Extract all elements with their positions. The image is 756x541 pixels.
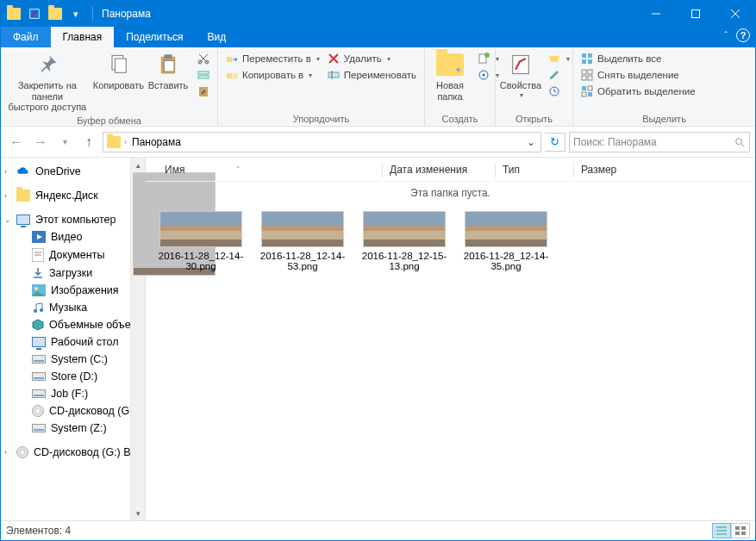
cut-button[interactable] — [193, 51, 214, 66]
app-icon[interactable] — [4, 4, 23, 23]
properties-button[interactable]: Свойства ▾ — [499, 49, 542, 101]
svg-rect-26 — [588, 59, 592, 64]
nav-pictures[interactable]: Изображения — [1, 282, 145, 299]
scroll-up-icon[interactable]: ▴ — [131, 158, 145, 172]
minimize-button[interactable] — [636, 1, 676, 27]
search-icon — [734, 136, 746, 148]
close-button[interactable] — [715, 1, 755, 27]
recent-dropdown[interactable]: ▾ — [54, 132, 75, 152]
copy-icon — [106, 51, 130, 78]
file-item[interactable]: 2016-11-28_12-14-53.png — [259, 211, 346, 271]
details-view-button[interactable] — [712, 523, 731, 538]
back-button[interactable]: ← — [6, 132, 27, 152]
file-item[interactable]: 2016-11-28_12-14-35.png — [463, 211, 549, 271]
sort-indicator-icon: ˄ — [236, 165, 241, 174]
svg-rect-15 — [328, 72, 339, 78]
nav-drive-z[interactable]: System (Z:) — [1, 420, 145, 437]
copy-to-button[interactable]: Копировать в▾ — [222, 67, 323, 83]
forward-button[interactable]: → — [30, 132, 51, 152]
nav-music[interactable]: Музыка — [1, 299, 145, 316]
copy-path-button[interactable] — [193, 67, 214, 83]
file-thumbnail — [363, 211, 446, 247]
svg-rect-23 — [582, 53, 586, 58]
copy-button[interactable]: Копировать — [92, 49, 145, 93]
nav-desktop[interactable]: Рабочий стол — [1, 333, 145, 351]
breadcrumb[interactable]: Панорама — [132, 136, 181, 148]
drive-icon — [32, 355, 46, 364]
history-icon — [547, 84, 561, 98]
nav-drive-f[interactable]: Job (F:) — [1, 385, 145, 402]
nav-scrollbar[interactable]: ▴ ▾ — [130, 158, 145, 520]
ribbon-tabs: Файл Главная Поделиться Вид ˆ ? — [1, 27, 755, 47]
edit-button[interactable] — [544, 67, 573, 83]
nav-cd-g[interactable]: CD-дисковод (G:) — [1, 402, 145, 420]
ribbon-collapse-icon[interactable]: ˆ — [719, 28, 733, 42]
svg-rect-50 — [741, 526, 746, 530]
new-folder-button[interactable]: Новая папка — [428, 49, 472, 103]
nav-cd-g-2[interactable]: ›CD-дисковод (G:) B — [1, 444, 145, 461]
nav-onedrive[interactable]: ›OneDrive — [1, 163, 145, 180]
nav-documents[interactable]: Документы — [1, 246, 145, 264]
address-dropdown-icon[interactable]: ⌄ — [523, 136, 539, 148]
svg-rect-12 — [198, 72, 209, 74]
help-icon[interactable]: ? — [736, 28, 750, 42]
copy-path-icon — [197, 68, 210, 82]
svg-rect-49 — [735, 526, 740, 530]
scroll-down-icon[interactable]: ▾ — [131, 506, 145, 520]
icons-view-button[interactable] — [731, 523, 750, 538]
drive-icon — [32, 389, 46, 398]
delete-button[interactable]: Удалить▾ — [323, 51, 421, 66]
search-input[interactable]: Поиск: Панорама — [569, 132, 750, 152]
nav-this-pc[interactable]: ⌄Этот компьютер — [1, 211, 145, 228]
nav-drive-d[interactable]: Store (D:) — [1, 368, 145, 385]
nav-3d-objects[interactable]: Объемные объек — [1, 316, 145, 333]
nav-downloads[interactable]: Загрузки — [1, 264, 145, 282]
tab-view[interactable]: Вид — [195, 27, 238, 47]
file-name: 2016-11-28_12-14-53.png — [259, 251, 346, 271]
address-bar[interactable]: › Панорама ⌄ — [103, 132, 541, 152]
qat-new-folder-icon[interactable] — [46, 4, 65, 23]
move-to-button[interactable]: Переместить в▾ — [222, 51, 323, 66]
file-thumbnail — [261, 211, 344, 247]
history-button[interactable] — [544, 84, 573, 99]
open-button[interactable]: ▾ — [544, 51, 573, 66]
qat-dropdown-icon[interactable]: ▾ — [66, 4, 85, 23]
tab-file[interactable]: Файл — [1, 27, 51, 47]
paste-shortcut-button[interactable] — [193, 84, 214, 99]
svg-point-20 — [483, 74, 485, 77]
svg-rect-32 — [588, 86, 592, 90]
empty-folder-message: Эта папка пуста. — [146, 182, 755, 204]
svg-rect-24 — [588, 53, 592, 58]
nav-drive-c[interactable]: System (C:) — [1, 351, 145, 368]
maximize-button[interactable] — [676, 1, 715, 27]
svg-point-35 — [736, 138, 742, 144]
svg-rect-6 — [116, 59, 127, 72]
file-item[interactable]: 2016-11-28_12-14-30.png — [158, 211, 244, 271]
column-type[interactable]: Тип — [496, 164, 573, 176]
search-placeholder: Поиск: Панорама — [573, 136, 657, 148]
paste-button[interactable]: Вставить — [147, 49, 190, 93]
column-date[interactable]: Дата изменения — [383, 164, 495, 176]
file-item[interactable]: 2016-11-28_12-15-13.png — [361, 211, 447, 271]
tab-share[interactable]: Поделиться — [114, 27, 195, 47]
column-size[interactable]: Размер — [574, 164, 643, 176]
nav-videos[interactable]: Видео — [1, 228, 145, 246]
select-none-button[interactable]: Снять выделение — [577, 67, 699, 83]
nav-yandex-disk[interactable]: ›Яндекс.Диск — [1, 187, 145, 204]
select-all-button[interactable]: Выделить все — [577, 51, 699, 66]
up-button[interactable]: ↑ — [78, 132, 99, 152]
tab-home[interactable]: Главная — [51, 27, 115, 47]
cube-icon — [32, 319, 44, 331]
refresh-button[interactable]: ↻ — [545, 133, 565, 152]
address-folder-icon — [107, 136, 121, 148]
items-view[interactable]: 2016-11-28_12-14-30.png 2016-11-28_12-14… — [146, 204, 755, 278]
svg-rect-33 — [582, 92, 586, 96]
qat-properties-icon[interactable] — [25, 4, 44, 23]
invert-selection-button[interactable]: Обратить выделение — [577, 84, 699, 99]
column-name[interactable]: Имя˄ — [158, 164, 382, 176]
pc-icon — [16, 215, 30, 225]
pin-quick-access-button[interactable]: Закрепить на панели быстрого доступа — [4, 49, 91, 115]
paste-icon — [156, 51, 180, 78]
rename-button[interactable]: Переименовать — [323, 67, 421, 83]
group-organize-label: Упорядочить — [222, 113, 421, 126]
